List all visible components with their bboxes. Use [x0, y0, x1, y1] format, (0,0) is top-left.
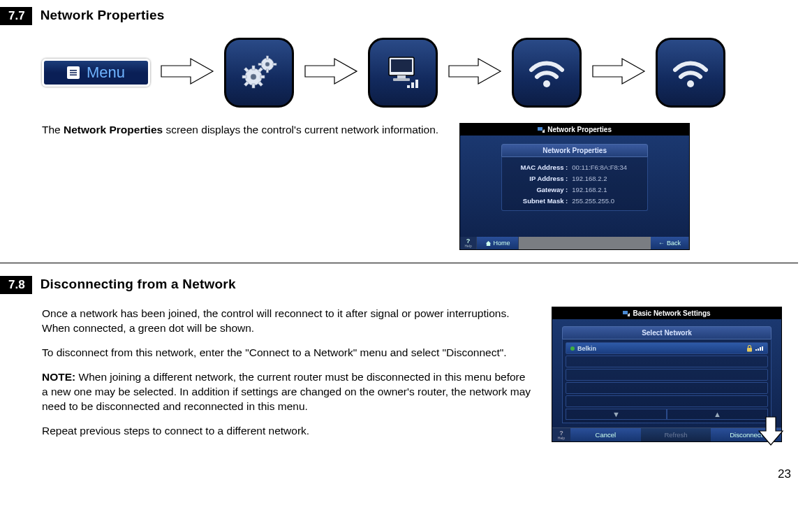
arrow-icon: [160, 56, 214, 89]
wifi-icon: [524, 50, 569, 95]
arrow-icon: [591, 56, 646, 89]
svg-rect-31: [623, 311, 628, 314]
svg-rect-33: [629, 313, 630, 316]
section-78-body: Once a network has been joined, the cont…: [42, 307, 531, 448]
home-button[interactable]: Home: [477, 237, 519, 249]
network-row[interactable]: [566, 356, 768, 367]
network-row[interactable]: [566, 382, 768, 394]
svg-rect-23: [407, 85, 410, 88]
section-number: 7.8: [0, 276, 32, 294]
arrow-icon: [304, 56, 358, 89]
scr-title-bar: Network Properties: [460, 124, 689, 136]
settings-tile[interactable]: [224, 38, 294, 108]
svg-rect-29: [542, 131, 544, 133]
svg-rect-2: [70, 75, 77, 76]
svg-rect-0: [70, 70, 77, 71]
section-header-7-7: 7.7 Network Properties: [0, 7, 798, 25]
wifi-tile[interactable]: [512, 38, 582, 108]
network-row[interactable]: [566, 395, 768, 407]
property-row: Subnet Mask :255.255.255.0: [508, 195, 642, 206]
svg-rect-15: [267, 56, 269, 59]
list-nav: ▼ ▲: [566, 409, 768, 420]
section-title: Network Properties: [40, 8, 165, 23]
help-button[interactable]: ?Help: [460, 237, 477, 249]
scroll-down-button[interactable]: ▼: [566, 409, 667, 420]
svg-rect-32: [628, 314, 629, 316]
help-button[interactable]: ?Help: [552, 427, 570, 441]
property-row: Gateway :192.168.2.1: [508, 184, 642, 195]
menu-button[interactable]: Menu: [42, 59, 150, 87]
svg-rect-17: [258, 64, 262, 66]
section-divider: [0, 263, 798, 263]
select-network-screenshot: Basic Network Settings Select Network Be…: [552, 307, 782, 442]
home-icon: [485, 240, 492, 247]
svg-rect-25: [415, 80, 418, 88]
scr-footer: ?Help Cancel Refresh Disconnect: [552, 427, 781, 441]
network-list: Belkin ▼ ▲: [562, 339, 772, 423]
monitor-mini-icon: [623, 311, 630, 316]
page-number: 23: [0, 460, 798, 481]
svg-rect-16: [267, 69, 269, 73]
menu-label: Menu: [87, 64, 125, 82]
monitor-signal-icon: [381, 50, 425, 95]
arrow-icon: [448, 56, 502, 89]
section-title: Disconnecting from a Network: [40, 277, 236, 292]
svg-rect-7: [242, 75, 246, 78]
gears-icon: [237, 50, 281, 95]
property-row: MAC Address :00:11:F6:8A:F8:34: [508, 161, 642, 173]
connected-dot-icon: [570, 346, 575, 351]
panel-header: Select Network: [562, 326, 772, 339]
pointer-arrow-icon: [757, 416, 785, 446]
section-77-body: The Network Properties screen displays t…: [42, 123, 438, 147]
svg-rect-8: [260, 75, 265, 78]
network-row[interactable]: [566, 369, 768, 381]
back-button[interactable]: ←Back: [651, 237, 689, 249]
svg-rect-6: [252, 84, 255, 88]
properties-panel: MAC Address :00:11:F6:8A:F8:34 IP Addres…: [501, 157, 648, 211]
scr-footer: ?Help Home ←Back: [460, 237, 689, 249]
svg-rect-20: [391, 59, 412, 72]
property-row: IP Address :192.168.2.2: [508, 173, 642, 184]
svg-rect-1: [70, 72, 77, 73]
svg-rect-22: [393, 78, 410, 81]
signal-icon: [755, 346, 763, 351]
network-tile[interactable]: [368, 38, 438, 108]
wifi-icon: [668, 50, 713, 95]
svg-rect-5: [252, 66, 255, 70]
section-number: 7.7: [0, 7, 32, 25]
svg-rect-24: [411, 82, 414, 88]
network-properties-screenshot: Network Properties Network Properties MA…: [459, 123, 690, 250]
refresh-button[interactable]: Refresh: [641, 427, 711, 441]
wifi-info-tile[interactable]: [656, 38, 725, 108]
monitor-mini-icon: [538, 127, 545, 133]
svg-rect-18: [273, 64, 276, 66]
network-row-selected[interactable]: Belkin: [566, 342, 768, 354]
svg-point-4: [251, 74, 256, 80]
menu-list-icon: [67, 66, 80, 79]
section-header-7-8: 7.8 Disconnecting from a Network: [0, 276, 798, 294]
panel-header: Network Properties: [501, 144, 648, 157]
svg-rect-28: [538, 127, 542, 131]
cancel-button[interactable]: Cancel: [570, 427, 641, 441]
svg-rect-34: [747, 348, 752, 352]
scr-title-bar: Basic Network Settings: [552, 307, 781, 319]
navigation-flow: Menu: [0, 38, 798, 108]
scroll-up-button[interactable]: ▲: [667, 409, 768, 420]
svg-rect-21: [397, 75, 406, 78]
svg-rect-30: [544, 129, 545, 133]
svg-point-14: [265, 62, 270, 66]
svg-point-26: [543, 80, 550, 87]
lock-icon: [746, 345, 753, 352]
svg-point-27: [687, 80, 694, 87]
